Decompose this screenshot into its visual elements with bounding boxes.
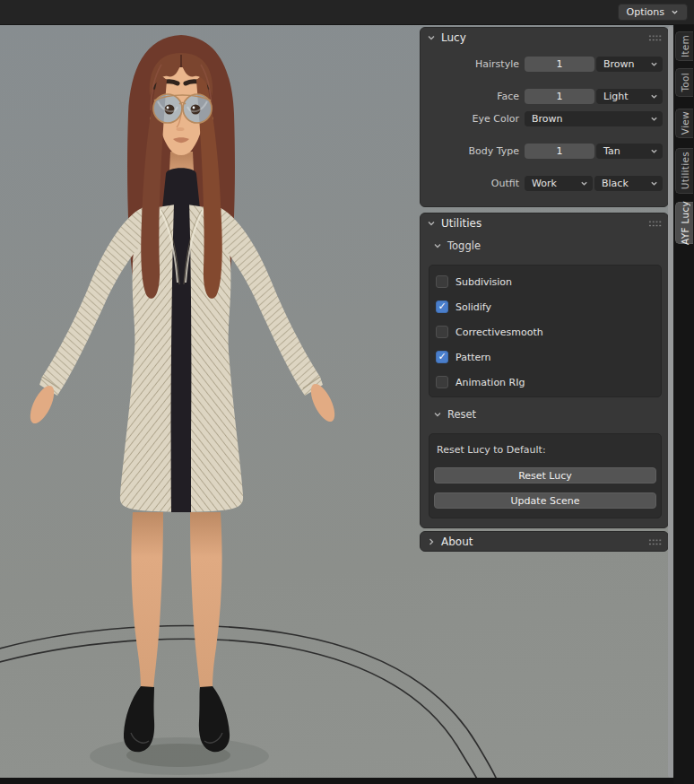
subpanel-reset-header[interactable]: Reset [433,406,476,422]
panel-title: About [441,536,473,548]
chevron-down-icon [650,60,658,68]
chevron-down-icon [427,33,436,42]
row-eye-color: Eye Color Brown [421,111,668,127]
solidify-checkbox[interactable] [436,301,448,313]
toggle-box: Subdivision Solidify Correctivesmooth Pa… [429,265,662,397]
reset-description: Reset Lucy to Default: [437,444,546,456]
options-button-label: Options [627,6,664,18]
chevron-down-icon [671,8,679,16]
panel-title: Utilities [441,217,481,230]
panel-drag-grip[interactable] [648,34,662,42]
chevron-down-icon [433,410,442,419]
blender-window: Options Lucy Hairstyle 1 Brown Face 1 [0,0,694,784]
panel-title: Lucy [441,31,466,44]
ground-shadow [90,737,269,775]
subpanel-toggle-header[interactable]: Toggle [433,238,481,254]
panel-about: About [420,531,669,552]
viewport-bottom-edge [0,778,674,784]
correctivesmooth-checkbox[interactable] [436,326,448,338]
options-button[interactable]: Options [618,4,688,21]
update-scene-button[interactable]: Update Scene [434,492,656,509]
eye-color-select[interactable]: Brown [525,111,663,126]
hairstyle-label: Hairstyle [421,57,519,73]
toggle-correctivesmooth[interactable]: Correctivesmooth [436,324,657,340]
body-type-tone-select[interactable]: Tan [596,144,663,159]
toggle-animation-rig[interactable]: Animation RIg [436,374,657,390]
legs [131,512,221,689]
topbar: Options [0,0,694,25]
chevron-down-icon [650,147,658,155]
chevron-down-icon [650,92,658,100]
panel-lucy-header[interactable]: Lucy [421,28,668,48]
sidebar-tab-strip: Item Tool View Utilities AYF Lucy [673,24,694,784]
row-face: Face 1 Light [421,89,668,105]
chevron-right-icon [427,537,436,546]
hairstyle-number-field[interactable]: 1 [525,57,594,72]
tab-item[interactable]: Item [675,31,693,61]
chevron-down-icon [650,115,658,123]
panel-lucy: Lucy Hairstyle 1 Brown Face 1 Light Eye … [420,27,669,207]
reset-box: Reset Lucy to Default: Reset Lucy Update… [429,433,662,518]
panel-about-header[interactable]: About [421,532,668,552]
reset-lucy-button[interactable]: Reset Lucy [434,467,656,483]
sleeve-left [39,206,146,396]
toggle-solidify[interactable]: Solidify [436,299,657,315]
panel-drag-grip[interactable] [648,538,662,546]
panel-utilities-header[interactable]: Utilities [421,213,668,233]
face-label: Face [421,89,519,105]
outfit-color-select[interactable]: Black [594,176,663,191]
animation-rig-checkbox[interactable] [436,376,448,388]
tab-tool[interactable]: Tool [675,68,693,97]
tab-view[interactable]: View [675,109,693,138]
face-number-field[interactable]: 1 [525,89,594,104]
toggle-subdivision[interactable]: Subdivision [436,274,657,290]
subdivision-checkbox[interactable] [436,275,448,288]
tab-utilities[interactable]: Utilities [675,148,693,194]
chevron-down-icon [580,179,588,187]
row-hairstyle: Hairstyle 1 Brown [421,57,668,73]
panel-utilities: Utilities Toggle Subdivision Solidify Co… [420,213,669,528]
hairstyle-color-select[interactable]: Brown [596,57,663,72]
nose-shadow [177,127,185,131]
character-lucy [25,35,339,752]
pattern-checkbox[interactable] [436,351,448,363]
body-type-label: Body Type [421,144,519,160]
panel-drag-grip[interactable] [648,220,662,228]
outfit-style-select[interactable]: Work [525,176,593,191]
outfit-label: Outfit [421,176,519,192]
row-outfit: Outfit Work Black [421,176,668,192]
tab-ayf-lucy[interactable]: AYF Lucy [675,202,693,244]
row-body-type: Body Type 1 Tan [421,144,668,160]
toggle-pattern[interactable]: Pattern [436,349,657,365]
sleeve-right [216,206,323,396]
face-tone-select[interactable]: Light [596,89,663,104]
chevron-down-icon [427,219,436,228]
chevron-down-icon [650,179,658,187]
chevron-down-icon [433,241,442,250]
body-type-number-field[interactable]: 1 [525,144,594,159]
eye-color-label: Eye Color [421,111,519,127]
